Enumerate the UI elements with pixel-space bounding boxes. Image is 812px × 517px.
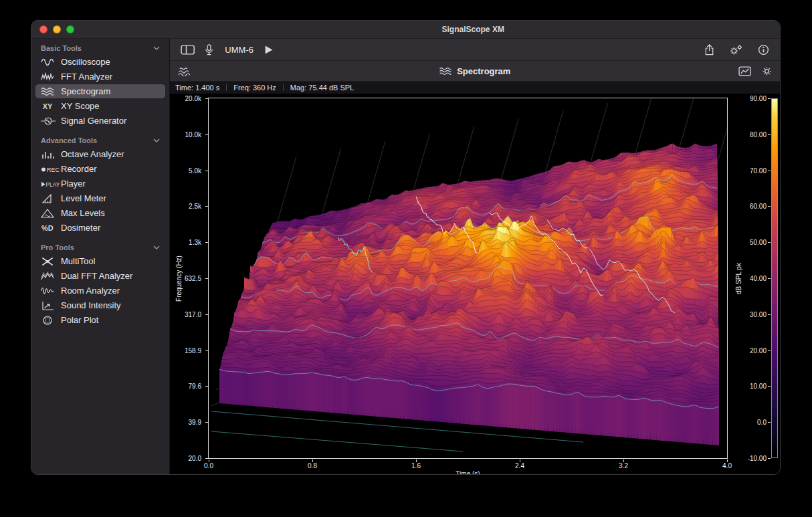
- sidebar-section-label: Basic Tools: [41, 44, 82, 52]
- sidebar-toggle-button[interactable]: [181, 44, 195, 56]
- y-tick-label: 10.0k: [185, 130, 201, 138]
- chart-options-button[interactable]: [738, 66, 751, 76]
- status-mag: Mag: 75.44 dB SPL: [290, 84, 354, 92]
- z-tick-label: 20.00: [750, 346, 767, 354]
- z-tick-label: -10.00: [748, 455, 767, 462]
- svg-text:%D: %D: [41, 224, 54, 232]
- z-tick-label: 40.00: [750, 275, 767, 282]
- info-button[interactable]: [758, 44, 769, 56]
- sine-wave-icon: [41, 58, 61, 67]
- close-button[interactable]: [39, 25, 47, 33]
- sidebar-sections: Basic Tools Oscilloscope FFT Analyzer Sp…: [31, 41, 169, 327]
- zoom-button[interactable]: [66, 25, 74, 33]
- tick-mark: [768, 350, 771, 351]
- sound-intensity-icon: [41, 301, 61, 310]
- tick-mark: [768, 314, 771, 315]
- sidebar-section-label: Pro Tools: [41, 243, 74, 251]
- sidebar-section: Advanced Tools Octave Analyzer REC Recor…: [31, 133, 169, 235]
- sidebar-section: Basic Tools Oscilloscope FFT Analyzer Sp…: [31, 41, 169, 128]
- y-tick-label: 20.0k: [185, 95, 201, 102]
- dosimeter-icon: %D: [41, 223, 61, 233]
- main-area: UMM-6 Spectrogram: [170, 39, 780, 474]
- sidebar-section-header[interactable]: Advanced Tools: [31, 133, 169, 146]
- sidebar-section-items: Oscilloscope FFT Analyzer Spectrogram XY…: [31, 55, 169, 128]
- tick-mark: [768, 458, 771, 459]
- plot-region: Frequency (Hz) 20.0k10.0k5.0k2.5k1.3k632…: [170, 94, 780, 474]
- polar-plot-icon: [41, 316, 61, 325]
- y-tick-label: 2.5k: [189, 203, 201, 210]
- sidebar-section-label: Advanced Tools: [41, 136, 97, 144]
- spectrogram-icon: [41, 87, 61, 96]
- spectrogram-canvas[interactable]: [209, 98, 727, 458]
- sidebar-item-signal-generator[interactable]: Signal Generator: [35, 114, 165, 128]
- window-title: SignalScope XM: [442, 25, 504, 34]
- sidebar-item-level-meter[interactable]: Level Meter: [35, 191, 165, 205]
- y-tick-label: 20.0: [189, 455, 201, 462]
- desktop-background: SignalScope XM Basic Tools Oscilloscope …: [0, 0, 812, 517]
- chevron-down-icon[interactable]: [153, 46, 160, 50]
- sidebar-item-sound-intensity[interactable]: Sound Intensity: [35, 298, 165, 312]
- main-toolbar: UMM-6: [170, 39, 780, 61]
- status-separator: [283, 84, 284, 91]
- tick-mark: [768, 422, 771, 423]
- sidebar-section: Pro Tools MultiTool Dual FFT Analyzer Ro…: [31, 240, 169, 327]
- input-device-button[interactable]: [204, 44, 214, 56]
- sidebar: Basic Tools Oscilloscope FFT Analyzer Sp…: [31, 39, 170, 474]
- x-axis-labels: 0.00.81.62.43.24.0: [209, 462, 727, 470]
- tick-mark: [768, 98, 771, 99]
- sidebar-item-octave-analyzer[interactable]: Octave Analyzer: [35, 147, 165, 161]
- sidebar-section-header[interactable]: Pro Tools: [31, 240, 169, 253]
- z-tick-label: 30.00: [750, 310, 767, 318]
- sidebar-item-polar-plot[interactable]: Polar Plot: [35, 313, 165, 327]
- max-levels-icon: [41, 209, 61, 218]
- sidebar-item-dual-fft-analyzer[interactable]: Dual FFT Analyzer: [35, 269, 165, 283]
- z-tick-label: 70.00: [750, 167, 767, 174]
- sidebar-item-multitool[interactable]: MultiTool: [35, 254, 165, 268]
- sidebar-item-room-analyzer[interactable]: Room Analyzer: [35, 284, 165, 298]
- x-axis-title: Time (s): [208, 470, 728, 474]
- app-window: SignalScope XM Basic Tools Oscilloscope …: [31, 20, 781, 475]
- sidebar-section-items: Octave Analyzer REC Recorder PLAY Player…: [31, 147, 169, 235]
- dual-fft-icon: [41, 272, 61, 281]
- sidebar-section-header[interactable]: Basic Tools: [31, 41, 169, 54]
- y-tick-label: 39.9: [189, 419, 201, 426]
- x-tick-label: 0.8: [308, 462, 317, 470]
- status-time: Time: 1.400 s: [175, 84, 219, 92]
- svg-text:XY: XY: [43, 102, 53, 110]
- chevron-down-icon[interactable]: [153, 245, 160, 249]
- sidebar-item-spectrogram[interactable]: Spectrogram: [35, 84, 165, 98]
- signal-generator-icon: [41, 116, 61, 126]
- z-tick-label: 10.00: [750, 383, 767, 390]
- title-bar[interactable]: SignalScope XM: [31, 21, 780, 39]
- sidebar-item-oscilloscope[interactable]: Oscilloscope: [35, 55, 165, 69]
- sidebar-item-dosimeter[interactable]: %D Dosimeter: [35, 221, 165, 235]
- sidebar-item-player[interactable]: PLAY Player: [35, 177, 165, 191]
- view-settings-button[interactable]: [762, 66, 772, 76]
- x-tick-label: 2.4: [515, 462, 524, 470]
- z-tick-label: 80.00: [750, 130, 767, 138]
- y-tick-label: 79.6: [189, 383, 201, 390]
- y-tick-label: 317.0: [185, 310, 201, 318]
- sidebar-item-fft-analyzer[interactable]: FFT Analyzer: [35, 70, 165, 84]
- z-tick-label: 90.00: [750, 95, 767, 102]
- x-tick-label: 4.0: [722, 462, 732, 470]
- status-separator: [226, 84, 227, 91]
- traffic-lights: [31, 25, 74, 33]
- play-button[interactable]: [263, 44, 274, 56]
- y-tick-label: 632.5: [185, 275, 201, 282]
- chevron-down-icon[interactable]: [153, 138, 160, 142]
- tick-mark: [768, 386, 771, 387]
- sidebar-item-recorder[interactable]: REC Recorder: [35, 162, 165, 176]
- share-button[interactable]: [704, 44, 714, 56]
- waterfall-view-button[interactable]: [178, 66, 191, 76]
- room-analyzer-icon: [41, 286, 61, 296]
- sidebar-item-max-levels[interactable]: Max Levels: [35, 206, 165, 220]
- colorbar-labels: 90.0080.0070.0060.0050.0040.0030.0020.00…: [742, 98, 767, 458]
- settings-button[interactable]: [729, 44, 743, 56]
- minimize-button[interactable]: [53, 25, 61, 33]
- device-name-label[interactable]: UMM-6: [225, 45, 253, 55]
- view-toolbar: Spectrogram: [170, 61, 780, 82]
- tick-mark: [768, 206, 771, 207]
- svg-text:REC: REC: [47, 167, 60, 173]
- sidebar-item-xy-scope[interactable]: XY XY Scope: [35, 99, 165, 113]
